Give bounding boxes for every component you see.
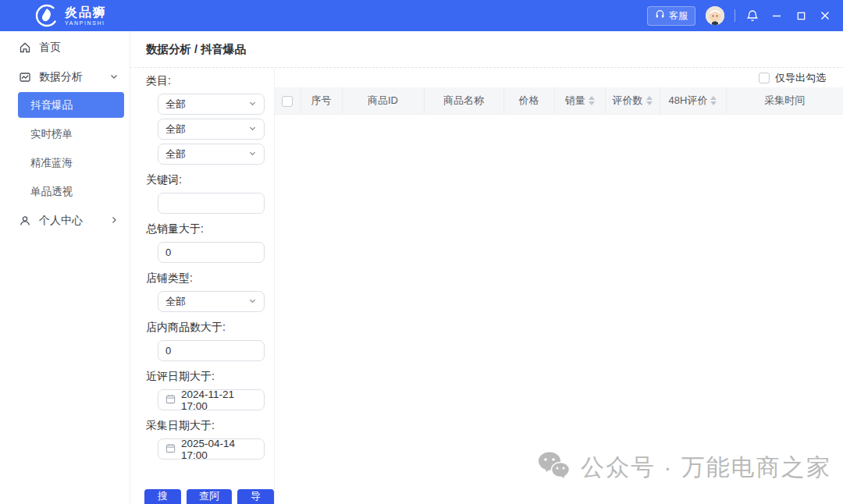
column-product-name: 商品名称 [424, 87, 503, 114]
shop-items-input[interactable] [158, 340, 265, 361]
category-select-1-value: 全部 [165, 98, 186, 112]
column-product-id: 商品ID [342, 87, 424, 114]
sidebar-item-home[interactable]: 首页 [0, 33, 130, 62]
filter-panel: 类目: 全部 全部 全部 [130, 68, 275, 504]
main-content: 数据分析 / 抖音爆品 类目: 全部 全部 [130, 31, 843, 504]
column-review-count[interactable]: 评价数 [605, 87, 660, 114]
column-collect-time: 采集时间 [726, 87, 843, 114]
table-body-empty [275, 115, 843, 504]
keyword-input[interactable] [158, 193, 265, 214]
table-header-row: 序号 商品ID 商品名称 价格 销量 评价数 48H评价 采集时 [275, 87, 843, 114]
app-logo: 炎品狮 YANPINSHI [35, 4, 107, 27]
sidebar-item-personal-center[interactable]: 个人中心 [0, 206, 130, 236]
shop-type-select[interactable]: 全部 [158, 291, 265, 312]
chevron-down-icon [248, 148, 257, 160]
sort-icon[interactable] [589, 96, 595, 105]
sidebar: 首页 数据分析 抖音爆品 实时榜单 精准蓝海 单品透视 [0, 31, 130, 504]
export-only-checked-label: 仅导出勾选 [775, 71, 826, 85]
shop-type-value: 全部 [165, 295, 186, 309]
sidebar-item-label: 个人中心 [39, 214, 83, 228]
results-table: 序号 商品ID 商品名称 价格 销量 评价数 48H评价 采集时 [275, 87, 843, 115]
recent-review-date-value: 2024-11-21 17:00 [181, 389, 257, 412]
user-avatar[interactable] [706, 6, 724, 25]
sidebar-item-label: 数据分析 [39, 70, 83, 84]
chevron-right-icon [109, 215, 119, 227]
keyword-label: 关键词: [146, 173, 274, 187]
lion-logo-icon [35, 4, 59, 27]
headset-icon [655, 9, 665, 22]
collect-date-value: 2025-04-14 17:00 [181, 438, 257, 461]
person-icon [19, 215, 31, 227]
column-sales[interactable]: 销量 [554, 87, 605, 114]
maximize-icon[interactable] [794, 9, 808, 23]
chevron-down-icon [248, 123, 257, 135]
sidebar-subitem-douyin-hot[interactable]: 抖音爆品 [18, 92, 124, 118]
select-all-checkbox[interactable] [282, 96, 293, 107]
breadcrumb: 数据分析 / 抖音爆品 [146, 42, 246, 57]
chevron-down-icon [248, 98, 257, 110]
column-48h-review[interactable]: 48H评价 [660, 87, 726, 114]
sort-icon[interactable] [710, 96, 717, 105]
total-sales-input[interactable] [158, 242, 265, 263]
export-only-checked-checkbox[interactable] [759, 73, 770, 83]
total-sales-label: 总销量大于: [146, 222, 274, 236]
chart-monitor-icon [19, 71, 31, 83]
shop-items-label: 店内商品数大于: [146, 321, 274, 335]
logo-subtitle: YANPINSHI [65, 20, 107, 26]
bell-icon[interactable] [745, 9, 759, 23]
collect-date-label: 采集日期大于: [146, 419, 274, 433]
column-price: 价格 [503, 87, 554, 114]
calendar-icon [165, 394, 176, 406]
category-select-3[interactable]: 全部 [158, 144, 265, 165]
sidebar-subitem-item-insight[interactable]: 单品透视 [0, 177, 130, 206]
category-label: 类目: [146, 74, 274, 88]
sidebar-subitem-blue-ocean[interactable]: 精准蓝海 [0, 148, 130, 177]
sidebar-item-label: 首页 [39, 41, 61, 55]
column-serial: 序号 [301, 87, 342, 114]
category-select-3-value: 全部 [165, 147, 186, 161]
check-alibaba-button[interactable]: 查阿里 [187, 489, 232, 504]
category-select-2-value: 全部 [165, 122, 186, 137]
calendar-icon [165, 443, 176, 456]
search-button[interactable]: 搜索 [144, 489, 181, 504]
sidebar-item-data-analysis[interactable]: 数据分析 [0, 62, 130, 92]
chevron-down-icon [248, 296, 257, 307]
recent-review-date-input[interactable]: 2024-11-21 17:00 [158, 389, 265, 410]
titlebar: 炎品狮 YANPINSHI 客服 [0, 0, 843, 31]
close-icon[interactable] [818, 9, 832, 23]
sort-icon[interactable] [646, 96, 653, 105]
collect-date-input[interactable]: 2025-04-14 17:00 [158, 438, 265, 460]
category-select-2[interactable]: 全部 [158, 119, 265, 140]
sidebar-subitem-realtime-rank[interactable]: 实时榜单 [0, 119, 130, 148]
logo-title: 炎品狮 [65, 6, 107, 19]
category-select-1[interactable]: 全部 [158, 94, 265, 115]
titlebar-divider [735, 9, 735, 22]
home-icon [19, 41, 31, 54]
customer-service-label: 客服 [669, 9, 688, 23]
table-area: 仅导出勾选 序号 商品ID 商品名称 价格 [275, 68, 843, 504]
minimize-icon[interactable] [770, 9, 784, 23]
export-button[interactable]: 导出 [237, 489, 274, 504]
chevron-down-icon [109, 71, 119, 83]
select-all-cell [275, 87, 301, 114]
shop-type-label: 店铺类型: [146, 272, 274, 286]
customer-service-button[interactable]: 客服 [647, 6, 695, 26]
recent-review-date-label: 近评日期大于: [146, 370, 274, 384]
